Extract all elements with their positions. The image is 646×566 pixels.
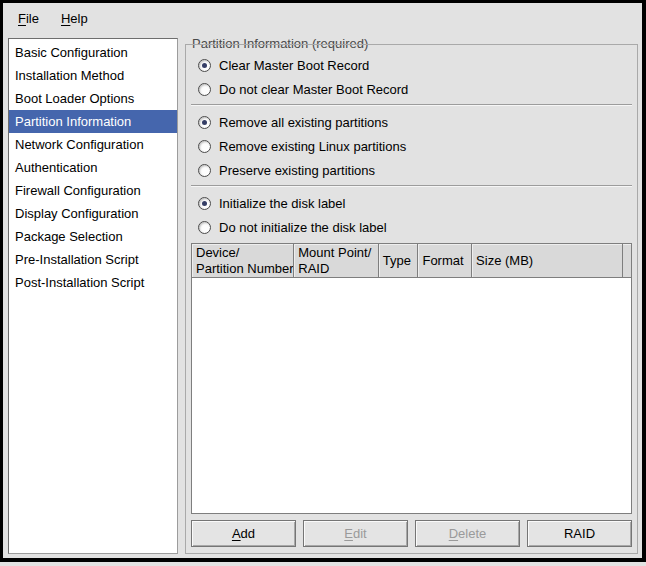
radio-label: Initialize the disk label [219,196,345,211]
sidebar-item-package-selection[interactable]: Package Selection [9,225,177,248]
radio-do-not-clear-mbr[interactable]: Do not clear Master Boot Record [191,77,632,101]
sidebar-item-authentication[interactable]: Authentication [9,156,177,179]
radio-do-not-initialize-disk-label[interactable]: Do not initialize the disk label [191,215,632,239]
menu-file[interactable]: File [7,6,50,31]
radio-remove-all-partitions[interactable]: Remove all existing partitions [191,110,632,134]
add-button-label: Add [232,526,255,541]
menu-bar: File Help [3,3,642,33]
sidebar-item-pre-installation-script[interactable]: Pre-Installation Script [9,248,177,271]
partition-table-header: Device/ Partition Number Mount Point/ RA… [192,244,631,278]
header-line: Mount Point/ [298,245,373,261]
column-header-size-mb[interactable]: Size (MB) [472,244,623,277]
column-header-format[interactable]: Format [418,244,472,277]
raid-button[interactable]: RAID [527,520,632,547]
partition-information-panel: Clear Master Boot Record Do not clear Ma… [185,44,638,554]
delete-button-label: Delete [449,526,487,541]
radio-label: Remove existing Linux partitions [219,139,406,154]
sidebar-item-basic-configuration[interactable]: Basic Configuration [9,41,177,64]
section-list: Basic Configuration Installation Method … [8,38,178,554]
horizontal-separator [191,104,632,106]
sidebar-item-post-installation-script[interactable]: Post-Installation Script [9,271,177,294]
radio-button-icon[interactable] [198,164,211,177]
column-header-type[interactable]: Type [379,244,419,277]
window-border-left [0,0,3,562]
radio-clear-mbr[interactable]: Clear Master Boot Record [191,53,632,77]
window-border-bottom [0,558,646,562]
delete-button[interactable]: Delete [415,520,520,547]
header-line: Device/ [196,245,289,261]
button-row: Add Edit Delete RAID [191,520,632,547]
radio-button-icon[interactable] [198,197,211,210]
sidebar-item-boot-loader-options[interactable]: Boot Loader Options [9,87,177,110]
edit-button[interactable]: Edit [303,520,408,547]
window-border-right [642,0,646,562]
radio-label: Do not initialize the disk label [219,220,387,235]
partition-table: Device/ Partition Number Mount Point/ RA… [191,243,632,514]
radio-label: Clear Master Boot Record [219,58,369,73]
radio-button-icon[interactable] [198,116,211,129]
add-button[interactable]: Add [191,520,296,547]
edit-button-label: Edit [344,526,366,541]
raid-button-label: RAID [564,526,595,541]
menu-help[interactable]: Help [50,6,99,31]
sidebar-item-display-configuration[interactable]: Display Configuration [9,202,177,225]
radio-button-icon[interactable] [198,59,211,72]
header-line: RAID [298,261,373,277]
radio-label: Remove all existing partitions [219,115,388,130]
column-header-filler [623,244,631,277]
radio-remove-linux-partitions[interactable]: Remove existing Linux partitions [191,134,632,158]
sidebar-item-installation-method[interactable]: Installation Method [9,64,177,87]
radio-label: Do not clear Master Boot Record [219,82,408,97]
radio-button-icon[interactable] [198,221,211,234]
radio-button-icon[interactable] [198,83,211,96]
column-header-device-partition-number[interactable]: Device/ Partition Number [192,244,294,277]
radio-initialize-disk-label[interactable]: Initialize the disk label [191,191,632,215]
column-header-mount-point-raid[interactable]: Mount Point/ RAID [294,244,378,277]
sidebar-item-network-configuration[interactable]: Network Configuration [9,133,177,156]
sidebar-item-partition-information[interactable]: Partition Information [9,110,177,133]
kickstart-configurator-window: File Help Basic Configuration Installati… [0,0,646,566]
horizontal-separator [191,185,632,187]
radio-label: Preserve existing partitions [219,163,375,178]
partition-table-body [192,278,631,513]
radio-button-icon[interactable] [198,140,211,153]
radio-preserve-partitions[interactable]: Preserve existing partitions [191,158,632,182]
sidebar-item-firewall-configuration[interactable]: Firewall Configuration [9,179,177,202]
header-line: Partition Number [196,261,289,277]
